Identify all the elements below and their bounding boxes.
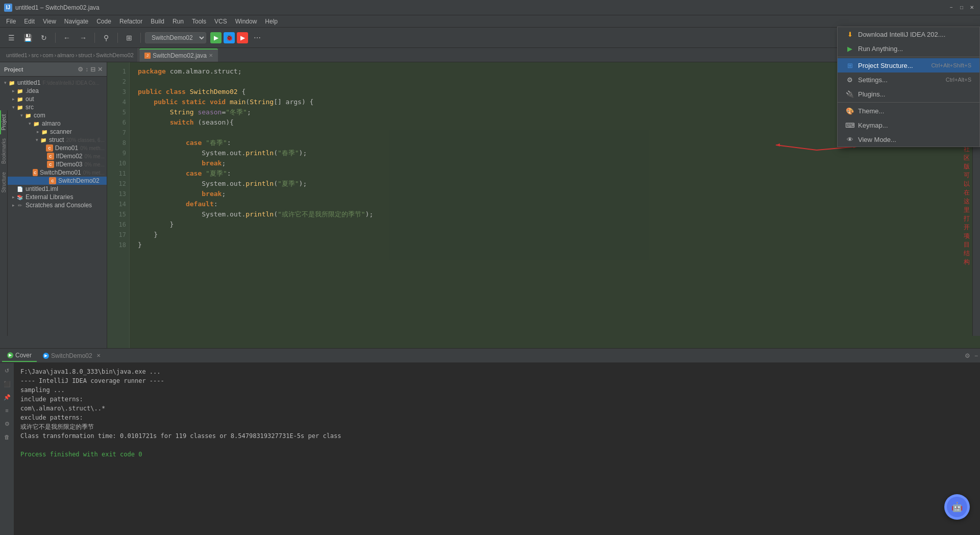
tree-item-ifdemo03[interactable]: ▸ C IfDemo03 0% me... <box>0 160 107 168</box>
tab-close-btn[interactable]: ✕ <box>209 53 213 58</box>
menu-refactor[interactable]: Refactor <box>115 16 146 27</box>
dropdown-project-shortcut: Ctrl+Alt+Shift+S <box>931 62 971 68</box>
structure-panel-tab[interactable]: Structure <box>0 168 7 197</box>
tree-item-iml[interactable]: ▸ 📄 untitled1.iml <box>0 185 107 193</box>
bottom-close-btn[interactable]: − <box>974 352 978 359</box>
menu-window[interactable]: Window <box>231 16 261 27</box>
run-button[interactable]: ▶ <box>210 32 222 43</box>
expand-arrow-src[interactable]: ▾ <box>10 105 16 110</box>
dropdown-keymap[interactable]: ⌨ Keymap... <box>838 118 979 132</box>
breadcrumb-project[interactable]: untitled1 <box>6 52 28 58</box>
expand-arrow-scanner[interactable]: ▸ <box>35 129 41 134</box>
tree-item-com[interactable]: ▾ 📁 com <box>0 111 107 119</box>
ai-assistant-bubble[interactable]: 🤖 <box>944 494 970 520</box>
breadcrumb-struct[interactable]: struct <box>78 52 92 58</box>
expand-arrow[interactable]: ▾ <box>2 80 8 85</box>
dropdown-viewmode[interactable]: 👁 View Mode... <box>838 132 979 147</box>
tree-item-scanner[interactable]: ▸ 📁 scanner <box>0 128 107 136</box>
expand-arrow-almaro[interactable]: ▾ <box>27 121 33 126</box>
menu-file[interactable]: File <box>2 16 20 27</box>
menu-navigate[interactable]: Navigate <box>60 16 92 27</box>
folder-icon-struct: 📁 <box>40 136 47 143</box>
dropdown-settings[interactable]: ⚙ Settings... Ctrl+Alt+S <box>838 72 979 87</box>
file-tab-switchdemo02[interactable]: J SwitchDemo02.java ✕ <box>139 48 218 62</box>
toolbar-menu-btn[interactable]: ☰ <box>4 31 18 45</box>
bottom-tab-switchdemo02[interactable]: ▶ SwitchDemo02 ✕ <box>38 350 106 362</box>
menu-edit[interactable]: Edit <box>20 16 39 27</box>
tree-label-switchdemo02: SwitchDemo02 <box>58 177 100 184</box>
switchdemo-tab-close[interactable]: ✕ <box>96 353 101 358</box>
bottom-settings-btn[interactable]: ⚙ <box>965 352 970 359</box>
dropdown-project-structure[interactable]: ⊞ Project Structure... Ctrl+Alt+Shift+S <box>838 58 979 72</box>
tree-item-extlibs[interactable]: ▸ 📚 External Libraries <box>0 193 107 201</box>
tree-item-switchdemo01[interactable]: ▸ C SwitchDemo01 0% met... <box>0 168 107 177</box>
maximize-button[interactable]: □ <box>958 4 966 12</box>
expand-arrow-com[interactable]: ▾ <box>18 113 24 118</box>
toolbar-find-btn[interactable]: ⚲ <box>99 31 113 45</box>
menu-tools[interactable]: Tools <box>188 16 210 27</box>
menu-build[interactable]: Build <box>146 16 168 27</box>
expand-arrow-extlibs[interactable]: ▸ <box>10 194 16 200</box>
minimize-button[interactable]: − <box>947 4 955 12</box>
tree-item-src[interactable]: ▾ 📁 src <box>0 103 107 111</box>
menu-view[interactable]: View <box>39 16 60 27</box>
menu-help[interactable]: Help <box>261 16 282 27</box>
tree-item-ifdemo02[interactable]: ▸ C IfDemo02 0% me... <box>0 152 107 160</box>
coverage-button[interactable]: ▶ <box>237 32 248 43</box>
console-trash-btn[interactable]: 🗑 <box>2 431 13 443</box>
toolbar-save-btn[interactable]: 💾 <box>20 31 35 45</box>
project-config-select[interactable]: SwitchDemo02 <box>145 32 206 43</box>
project-panel-tab[interactable]: Project <box>0 110 7 134</box>
toolbar-more-btn[interactable]: ⋯ <box>250 31 264 45</box>
console-restart-btn[interactable]: ↺ <box>2 365 13 376</box>
dropdown-keymap-label: Keymap... <box>858 121 888 129</box>
breadcrumb: untitled1 › src › com › almaro › struct … <box>2 48 138 62</box>
console-filter-btn[interactable]: ≡ <box>2 405 13 416</box>
breadcrumb-almaro[interactable]: almaro <box>57 52 75 58</box>
toolbar-fwd-btn[interactable]: → <box>76 31 90 45</box>
dropdown-theme[interactable]: 🎨 Theme... <box>838 104 979 118</box>
bookmarks-panel-tab[interactable]: Bookmarks <box>0 134 7 168</box>
switchdemo-tab-label: SwitchDemo02 <box>51 352 92 359</box>
java-icon-switchdemo01: C <box>33 169 38 176</box>
console-settings-btn[interactable]: ⚙ <box>2 418 13 429</box>
tree-item-out[interactable]: ▸ 📁 out <box>0 95 107 103</box>
expand-arrow-idea[interactable]: ▸ <box>10 88 16 93</box>
dropdown-plugins[interactable]: 🔌 Plugins... <box>838 87 979 101</box>
menu-run[interactable]: Run <box>168 16 188 27</box>
expand-arrow-scratches[interactable]: ▸ <box>10 203 16 208</box>
close-button[interactable]: ✕ <box>968 4 976 12</box>
console-stop-btn[interactable]: ⬛ <box>2 378 13 390</box>
menu-code[interactable]: Code <box>92 16 115 27</box>
console-line-runner: ---- IntelliJ IDEA coverage runner ---- <box>20 376 974 385</box>
panel-icon-expand[interactable]: ⊟ <box>90 66 95 73</box>
theme-icon: 🎨 <box>846 107 854 115</box>
console-pin-btn[interactable]: 📌 <box>2 392 13 403</box>
toolbar-back-btn[interactable]: ← <box>60 31 74 45</box>
toolbar-sync-btn[interactable]: ↻ <box>37 31 51 45</box>
panel-icon-settings[interactable]: ⚙ <box>78 66 83 73</box>
dropdown-run-anything[interactable]: ▶ Run Anything... <box>838 41 979 56</box>
tree-item-demo01[interactable]: ▸ C Demo01 0% meth... <box>0 144 107 152</box>
breadcrumb-src[interactable]: src <box>31 52 39 58</box>
tree-item-struct[interactable]: ▾ 📁 struct 20% classes, 6... <box>0 136 107 144</box>
toolbar-bookmark-btn[interactable]: ⊞ <box>122 31 136 45</box>
tree-path: F:\idea\IntelliJ IDEA Co... <box>42 80 99 86</box>
tree-item-untitled1[interactable]: ▾ 📁 untitled1 F:\idea\IntelliJ IDEA Co..… <box>0 79 107 87</box>
panel-icon-close[interactable]: ✕ <box>97 66 103 73</box>
bottom-tab-cover[interactable]: ▶ Cover <box>2 350 37 362</box>
tree-item-idea[interactable]: ▸ 📁 .idea <box>0 87 107 95</box>
panel-icon-sort[interactable]: ↕ <box>85 66 88 73</box>
menu-vcs[interactable]: VCS <box>210 16 231 27</box>
keymap-icon: ⌨ <box>846 121 854 129</box>
expand-arrow-struct[interactable]: ▾ <box>34 137 40 142</box>
tree-item-scratches[interactable]: ▸ ✏ Scratches and Consoles <box>0 201 107 209</box>
tree-item-switchdemo02[interactable]: ▸ C SwitchDemo02 <box>0 177 107 185</box>
debug-button[interactable]: 🐞 <box>224 32 235 43</box>
breadcrumb-file[interactable]: SwitchDemo02 <box>96 52 134 58</box>
breadcrumb-com[interactable]: com <box>43 52 54 58</box>
expand-arrow-out[interactable]: ▸ <box>10 96 16 102</box>
dropdown-download[interactable]: ⬇ Download IntelliJ IDEA 202.... <box>838 27 979 41</box>
toolbar-sep4 <box>140 33 141 43</box>
tree-item-almaro[interactable]: ▾ 📁 almaro <box>0 119 107 128</box>
